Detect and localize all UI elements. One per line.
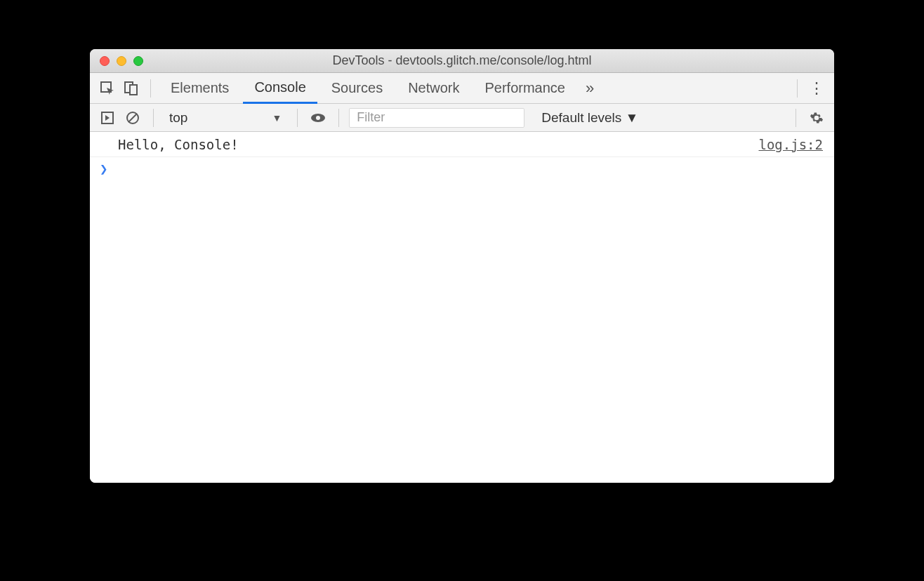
console-log-row[interactable]: Hello, Console! log.js:2 [90, 132, 834, 157]
tab-label: Console [254, 79, 305, 95]
filter-input[interactable] [349, 108, 524, 128]
tab-network[interactable]: Network [397, 73, 470, 104]
console-settings-icon[interactable] [806, 107, 827, 128]
divider [297, 109, 298, 127]
devtools-tabs: Elements Console Sources Network Perform… [90, 73, 834, 104]
tab-console[interactable]: Console [243, 73, 317, 104]
divider [153, 109, 154, 127]
more-tabs-icon[interactable]: » [579, 78, 600, 99]
window-title: DevTools - devtools.glitch.me/console/lo… [90, 53, 834, 68]
zoom-window-button[interactable] [133, 56, 143, 66]
chevron-down-icon: ▼ [272, 112, 282, 123]
divider [150, 79, 151, 98]
log-source-link[interactable]: log.js:2 [758, 137, 823, 152]
clear-console-icon[interactable] [122, 107, 143, 128]
live-expression-icon[interactable] [308, 107, 329, 128]
console-prompt-row[interactable]: ❯ [90, 157, 834, 180]
tab-label: Network [408, 80, 459, 96]
titlebar: DevTools - devtools.glitch.me/console/lo… [90, 49, 834, 73]
inspect-element-icon[interactable] [97, 78, 118, 99]
prompt-chevron-icon: ❯ [100, 161, 107, 176]
log-levels-selector[interactable]: Default levels ▼ [529, 110, 638, 126]
execution-context-selector[interactable]: top ▼ [164, 110, 287, 126]
levels-label: Default levels ▼ [541, 110, 638, 125]
svg-rect-2 [130, 85, 137, 95]
tab-performance[interactable]: Performance [474, 73, 577, 104]
tab-label: Performance [485, 80, 566, 96]
tab-label: Sources [331, 80, 383, 96]
toggle-console-drawer-icon[interactable] [97, 107, 118, 128]
svg-line-5 [128, 114, 137, 122]
tab-elements[interactable]: Elements [159, 73, 240, 104]
tab-label: Elements [171, 80, 229, 96]
minimize-window-button[interactable] [117, 56, 126, 66]
window-controls [90, 56, 143, 66]
divider [797, 79, 798, 98]
console-output: Hello, Console! log.js:2 ❯ [90, 132, 834, 483]
toggle-device-toolbar-icon[interactable] [121, 78, 142, 99]
close-window-button[interactable] [100, 56, 110, 66]
tab-sources[interactable]: Sources [320, 73, 394, 104]
console-toolbar: top ▼ Default levels ▼ [90, 104, 834, 132]
divider [796, 109, 796, 127]
log-message: Hello, Console! [118, 137, 758, 152]
kebab-menu-icon[interactable]: ⋮ [806, 78, 827, 99]
svg-point-7 [316, 116, 320, 120]
context-label: top [169, 110, 187, 126]
divider [338, 109, 339, 127]
devtools-window: DevTools - devtools.glitch.me/console/lo… [90, 49, 834, 483]
